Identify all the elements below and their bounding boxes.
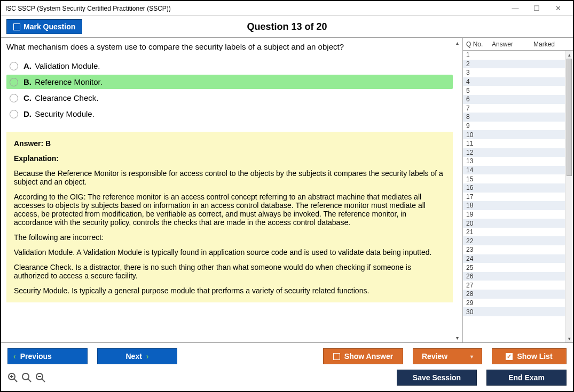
question-list-row[interactable]: 11 <box>463 139 573 148</box>
question-list-row[interactable]: 26 <box>463 272 573 281</box>
zoom-in-icon[interactable] <box>7 372 18 383</box>
row-qno: 4 <box>466 78 492 85</box>
question-list-row[interactable]: 15 <box>463 174 573 183</box>
scroll-down-arrow-icon[interactable]: ▾ <box>565 334 573 342</box>
question-list-row[interactable]: 9 <box>463 122 573 131</box>
question-list-row[interactable]: 8 <box>463 113 573 122</box>
previous-button[interactable]: ‹ Previous <box>7 348 88 364</box>
question-list-row[interactable]: 30 <box>463 307 573 316</box>
zoom-controls <box>7 372 46 383</box>
row-qno: 20 <box>466 220 492 227</box>
close-button[interactable]: ✕ <box>547 2 569 15</box>
svg-line-7 <box>42 379 45 382</box>
question-list-row[interactable]: 20 <box>463 219 573 228</box>
question-list-row[interactable]: 14 <box>463 166 573 175</box>
question-list-row[interactable]: 1 <box>463 51 573 60</box>
titlebar: ISC SSCP (System Security Certified Prac… <box>1 1 573 16</box>
question-list-row[interactable]: 4 <box>463 77 573 86</box>
scroll-down-icon[interactable]: ▾ <box>453 334 461 341</box>
row-qno: 15 <box>466 175 492 183</box>
chevron-left-icon: ‹ <box>13 352 16 361</box>
end-exam-label: End Exam <box>508 373 545 382</box>
question-list-row[interactable]: 16 <box>463 183 573 193</box>
button-row-1: ‹ Previous Next › Show Answer Review ▾ S… <box>7 348 567 364</box>
question-list-row[interactable]: 25 <box>463 263 573 272</box>
svg-line-1 <box>14 379 17 382</box>
option-row-b[interactable]: B. Reference Monitor. <box>6 75 453 89</box>
option-text: B. Reference Monitor. <box>23 77 103 86</box>
explanation-paragraph: Because the Reference Monitor is respons… <box>14 169 445 186</box>
scrollbar-thumb[interactable] <box>567 59 572 176</box>
col-answer-header: Answer <box>492 41 533 48</box>
row-qno: 1 <box>466 51 492 59</box>
button-row-2: Save Session End Exam <box>7 370 567 386</box>
maximize-button[interactable]: ☐ <box>526 2 547 15</box>
option-text: A. Validation Module. <box>23 61 100 70</box>
minimize-button[interactable]: — <box>505 2 526 15</box>
question-list-row[interactable]: 23 <box>463 245 573 254</box>
question-scroll-area[interactable]: What mechanism does a system use to comp… <box>1 38 462 342</box>
question-panel: ▴ ▾ What mechanism does a system use to … <box>1 38 462 342</box>
question-list-row[interactable]: 29 <box>463 299 573 308</box>
question-counter: Question 13 of 20 <box>1 21 573 33</box>
question-list-row[interactable]: 13 <box>463 157 573 166</box>
app-window: ISC SSCP (System Security Certified Prac… <box>0 0 574 392</box>
explanation-paragraph: Clearance Check. Is a distractor, there … <box>14 263 445 280</box>
zoom-out-icon[interactable] <box>35 372 46 383</box>
row-qno: 11 <box>466 140 492 147</box>
question-list-panel: Q No. Answer Marked 12345678910111213141… <box>462 38 573 342</box>
option-row-d[interactable]: D. Security Module. <box>6 107 453 121</box>
option-row-c[interactable]: C. Clearance Check. <box>6 91 453 105</box>
header-row: Mark Question Question 13 of 20 <box>1 16 573 37</box>
question-list-row[interactable]: 12 <box>463 148 573 157</box>
show-answer-button[interactable]: Show Answer <box>323 348 403 364</box>
question-list-row[interactable]: 27 <box>463 281 573 290</box>
next-button[interactable]: Next › <box>97 348 177 364</box>
review-label: Review <box>422 352 447 361</box>
end-exam-button[interactable]: End Exam <box>486 370 567 386</box>
checkbox-icon <box>13 23 20 30</box>
checkbox-checked-icon <box>506 353 513 360</box>
row-qno: 12 <box>466 149 492 156</box>
question-list-row[interactable]: 2 <box>463 60 573 69</box>
question-list-row[interactable]: 21 <box>463 228 573 237</box>
show-answer-label: Show Answer <box>344 352 393 361</box>
question-list-row[interactable]: 5 <box>463 86 573 95</box>
question-list-row[interactable]: 28 <box>463 290 573 299</box>
row-qno: 27 <box>466 282 492 289</box>
question-list[interactable]: 1234567891011121314151617181920212223242… <box>463 51 573 342</box>
review-dropdown[interactable]: Review ▾ <box>413 348 482 364</box>
show-list-button[interactable]: Show List <box>492 348 567 364</box>
question-list-row[interactable]: 19 <box>463 210 573 219</box>
question-list-row[interactable]: 7 <box>463 104 573 113</box>
question-list-row[interactable]: 24 <box>463 254 573 263</box>
previous-label: Previous <box>20 352 52 361</box>
row-qno: 23 <box>466 246 492 253</box>
question-list-row[interactable]: 18 <box>463 201 573 210</box>
row-qno: 14 <box>466 166 492 174</box>
chevron-right-icon: › <box>146 352 149 361</box>
row-qno: 8 <box>466 113 492 121</box>
mark-question-button[interactable]: Mark Question <box>6 19 82 34</box>
option-row-a[interactable]: A. Validation Module. <box>6 59 453 73</box>
row-qno: 26 <box>466 273 492 280</box>
question-list-row[interactable]: 3 <box>463 68 573 77</box>
question-list-row[interactable]: 22 <box>463 236 573 245</box>
question-list-row[interactable]: 6 <box>463 95 573 104</box>
options-list: A. Validation Module.B. Reference Monito… <box>6 59 453 121</box>
explanation-box: Answer: B Explanation: Because the Refer… <box>6 132 453 302</box>
question-list-scrollbar[interactable]: ▴ ▾ <box>565 51 573 342</box>
question-list-row[interactable]: 17 <box>463 193 573 202</box>
save-session-button[interactable]: Save Session <box>397 370 477 386</box>
scroll-up-icon[interactable]: ▴ <box>453 39 461 46</box>
explanation-paragraph: Security Module. Is typically a general … <box>14 286 445 295</box>
zoom-reset-icon[interactable] <box>21 372 32 383</box>
explanation-paragraph: Validation Module. A Validation Module i… <box>14 248 445 257</box>
explanation-heading: Explanation: <box>14 154 445 163</box>
explanation-paragraph: According to the OIG: The reference moni… <box>14 193 445 227</box>
row-qno: 21 <box>466 228 492 236</box>
row-qno: 19 <box>466 211 492 218</box>
col-qno-header: Q No. <box>466 41 492 48</box>
question-list-row[interactable]: 10 <box>463 130 573 139</box>
scroll-up-arrow-icon[interactable]: ▴ <box>565 51 573 59</box>
